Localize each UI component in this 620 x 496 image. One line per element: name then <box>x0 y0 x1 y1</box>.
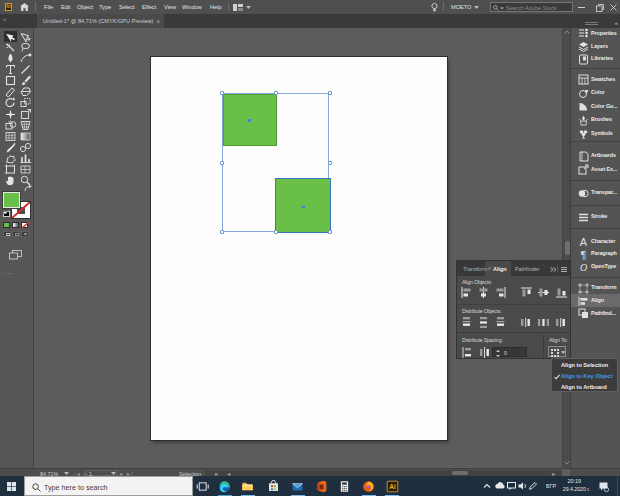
svg-text:Ai: Ai <box>389 483 396 490</box>
svg-text:¶: ¶ <box>581 249 587 260</box>
svg-text:O: O <box>580 262 587 273</box>
svg-text:A: A <box>580 236 588 247</box>
